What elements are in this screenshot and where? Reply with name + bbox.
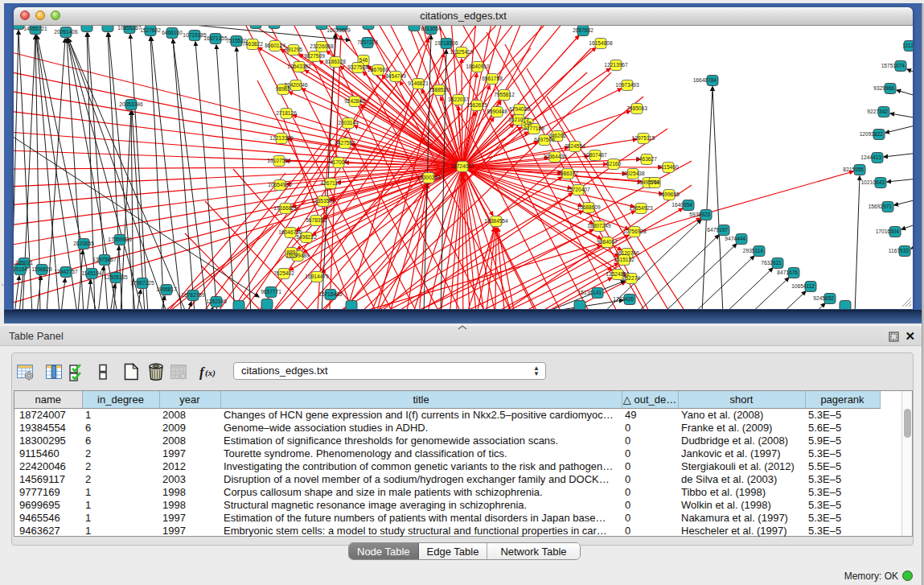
svg-text:8471676: 8471676 <box>777 270 798 275</box>
svg-text:16154808: 16154808 <box>589 40 613 46</box>
svg-text:16782759: 16782759 <box>181 292 205 298</box>
svg-text:19654923: 19654923 <box>629 205 653 211</box>
svg-text:12213967: 12213967 <box>604 62 628 68</box>
svg-text:2803144: 2803144 <box>338 120 359 126</box>
svg-text:20053346: 20053346 <box>119 101 143 107</box>
svg-text:8813054: 8813054 <box>421 26 441 31</box>
svg-text:3822037: 3822037 <box>448 97 469 102</box>
svg-text:16120746: 16120746 <box>615 250 639 256</box>
svg-text:17359936: 17359936 <box>108 237 132 242</box>
svg-text:15136141: 15136141 <box>578 290 602 295</box>
svg-text:17957225: 17957225 <box>130 280 154 286</box>
svg-text:18807249: 18807249 <box>587 223 611 229</box>
svg-text:889: 889 <box>286 249 295 255</box>
svg-text:2087682: 2087682 <box>573 27 593 33</box>
svg-text:7463822: 7463822 <box>242 41 263 47</box>
svg-text:2935114: 2935114 <box>743 248 764 253</box>
svg-text:20364436: 20364436 <box>543 154 567 159</box>
svg-text:16648784: 16648784 <box>693 77 717 83</box>
svg-text:19218506: 19218506 <box>434 40 458 46</box>
svg-text:1362615: 1362615 <box>466 102 487 108</box>
svg-text:12505135: 12505135 <box>104 274 128 280</box>
svg-text:9463627: 9463627 <box>636 156 657 162</box>
svg-text:13975867: 13975867 <box>92 257 117 262</box>
svg-text:(x): (x) <box>205 368 216 378</box>
svg-text:10807487: 10807487 <box>583 152 607 158</box>
svg-text:6794028: 6794028 <box>509 106 530 112</box>
svg-text:1167533: 1167533 <box>889 248 910 253</box>
svg-text:10543382: 10543382 <box>287 64 311 69</box>
svg-text:9827509: 9827509 <box>304 53 325 59</box>
svg-text:9327508: 9327508 <box>347 64 368 70</box>
svg-text:8186328: 8186328 <box>325 59 346 64</box>
svg-text:7857224: 7857224 <box>357 39 378 45</box>
svg-text:7485063: 7485063 <box>626 105 647 111</box>
svg-text:16671355: 16671355 <box>203 35 228 41</box>
svg-text:891295: 891295 <box>285 47 302 52</box>
svg-text:10756928: 10756928 <box>622 229 647 234</box>
svg-text:2718126: 2718126 <box>276 110 297 116</box>
svg-text:10107554: 10107554 <box>267 158 291 163</box>
svg-text:335021: 335021 <box>15 260 33 266</box>
svg-text:12353594: 12353594 <box>311 198 335 204</box>
svg-text:98965: 98965 <box>276 86 291 92</box>
svg-text:2367608: 2367608 <box>368 67 388 72</box>
svg-text:1615132: 1615132 <box>614 257 634 262</box>
svg-text:19384554: 19384554 <box>484 218 508 224</box>
svg-text:5498222: 5498222 <box>296 234 317 240</box>
svg-text:18640910: 18640910 <box>466 64 490 69</box>
svg-text:12213389: 12213389 <box>269 135 294 141</box>
svg-text:9242845: 9242845 <box>344 98 365 104</box>
svg-text:8215955: 8215955 <box>843 167 864 172</box>
svg-text:39154: 39154 <box>14 266 27 272</box>
svg-text:9474444: 9474444 <box>725 236 745 241</box>
svg-text:15692971: 15692971 <box>869 204 893 209</box>
svg-text:10654112: 10654112 <box>791 283 815 289</box>
svg-text:1292346: 1292346 <box>206 299 227 304</box>
svg-text:10654925: 10654925 <box>268 182 292 187</box>
svg-text:18724007: 18724007 <box>450 163 474 169</box>
svg-text:252274: 252274 <box>622 275 640 281</box>
svg-text:23226058: 23226058 <box>310 43 334 49</box>
svg-text:8454749: 8454749 <box>385 73 406 79</box>
svg-text:11325419: 11325419 <box>450 49 474 55</box>
svg-text:1640954: 1640954 <box>671 202 692 208</box>
svg-text:9699695: 9699695 <box>659 192 680 197</box>
svg-text:2020655: 2020655 <box>73 241 94 246</box>
svg-text:8990448: 8990448 <box>487 109 507 114</box>
svg-text:9084067: 9084067 <box>597 239 618 245</box>
svg-text:15716485: 15716485 <box>318 291 343 297</box>
svg-text:12342757: 12342757 <box>54 269 78 274</box>
svg-text:417004: 417004 <box>330 159 347 165</box>
svg-text:9227342: 9227342 <box>867 109 888 114</box>
svg-text:7955812: 7955812 <box>494 92 515 97</box>
svg-text:544: 544 <box>650 179 659 185</box>
svg-text:19166829: 19166829 <box>273 205 298 211</box>
svg-text:2588520: 2588520 <box>429 87 450 93</box>
svg-text:9777169: 9777169 <box>524 126 544 131</box>
svg-text:9245652: 9245652 <box>813 295 834 301</box>
svg-text:5678352: 5678352 <box>306 217 326 223</box>
svg-text:10688609: 10688609 <box>577 204 601 210</box>
svg-text:10655267: 10655267 <box>117 26 142 31</box>
svg-text:1156829: 1156829 <box>31 266 52 272</box>
svg-text:17016504: 17016504 <box>876 229 900 234</box>
svg-text:6961758: 6961758 <box>482 76 503 81</box>
svg-text:10025438: 10025438 <box>621 171 645 176</box>
svg-text:3824554: 3824554 <box>565 143 585 149</box>
svg-text:10973493: 10973493 <box>615 82 639 88</box>
svg-text:20091406: 20091406 <box>54 29 78 35</box>
svg-text:546: 546 <box>359 57 368 63</box>
svg-text:6466160: 6466160 <box>162 30 183 35</box>
svg-text:16033809: 16033809 <box>326 27 351 33</box>
svg-text:4267110: 4267110 <box>320 180 341 186</box>
svg-text:1112: 1112 <box>902 43 913 48</box>
svg-text:15300293: 15300293 <box>417 175 441 180</box>
svg-text:7986372: 7986372 <box>557 171 578 176</box>
svg-text:1995817: 1995817 <box>156 286 177 292</box>
svg-text:7632621: 7632621 <box>761 260 782 266</box>
svg-text:6479197: 6479197 <box>707 227 728 233</box>
svg-text:1145194: 1145194 <box>81 270 102 276</box>
svg-text:8427552: 8427552 <box>335 140 355 146</box>
svg-text:8660124: 8660124 <box>265 43 285 48</box>
